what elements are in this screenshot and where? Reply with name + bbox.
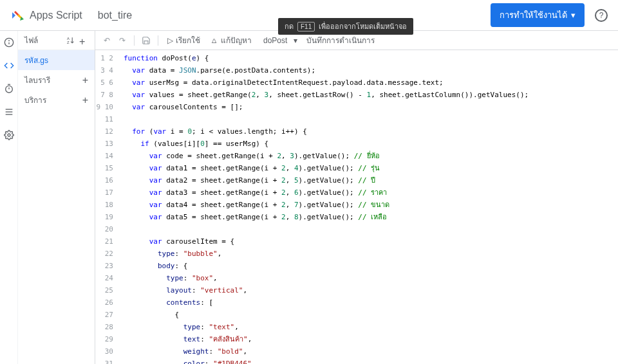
- libraries-section[interactable]: ไลบรารี +: [18, 70, 95, 90]
- add-file-icon[interactable]: +: [79, 36, 88, 45]
- overlay-key: F11: [297, 22, 315, 32]
- chevron-down-icon: ▾: [571, 10, 576, 20]
- bug-icon: 🜂: [211, 36, 218, 45]
- debug-button[interactable]: 🜂 แก้ปัญหา: [208, 33, 254, 48]
- execution-log-link[interactable]: บันทึกการดำเนินการ: [306, 34, 375, 46]
- overlay-text: เพื่อออกจากโหมดเต็มหน้าจอ: [319, 21, 407, 32]
- libraries-label: ไลบรารี: [24, 74, 50, 86]
- sidebar: ไฟล์ AZ + รหัส.gs ไลบรารี + บริการ +: [18, 31, 95, 364]
- play-icon: ▷: [167, 36, 173, 45]
- triggers-icon[interactable]: [3, 82, 15, 95]
- editor-icon[interactable]: [3, 59, 15, 72]
- svg-point-9: [8, 134, 10, 136]
- svg-point-2: [8, 41, 9, 41]
- apps-script-logo-icon: [10, 8, 26, 23]
- sort-icon[interactable]: AZ: [66, 36, 75, 45]
- app-logo[interactable]: Apps Script: [10, 8, 82, 23]
- info-icon[interactable]: [3, 36, 15, 49]
- run-button[interactable]: ▷ เรียกใช้: [165, 33, 203, 48]
- code-content[interactable]: function doPost(e) { var data = JSON.par…: [118, 50, 618, 364]
- services-section[interactable]: บริการ +: [18, 90, 95, 110]
- files-header: ไฟล์ AZ +: [18, 31, 95, 50]
- save-icon[interactable]: [141, 35, 151, 46]
- project-name[interactable]: bot_tire: [98, 10, 132, 21]
- settings-icon[interactable]: [3, 129, 15, 141]
- add-library-icon[interactable]: +: [82, 75, 88, 86]
- run-label: เรียกใช้: [176, 34, 200, 46]
- add-service-icon[interactable]: +: [82, 95, 88, 106]
- function-select[interactable]: doPost ▾: [259, 35, 301, 46]
- chevron-down-icon: ▾: [294, 36, 297, 45]
- svg-text:A: A: [67, 36, 70, 40]
- debug-label: แก้ปัญหา: [221, 34, 252, 46]
- services-label: บริการ: [24, 94, 46, 106]
- fullscreen-overlay: กด F11 เพื่อออกจากโหมดเต็มหน้าจอ: [278, 18, 413, 35]
- svg-text:Z: Z: [67, 40, 70, 44]
- deploy-button[interactable]: การทำให้ใช้งานได้ ▾: [491, 3, 585, 27]
- deploy-label: การทำให้ใช้งานได้: [500, 8, 567, 22]
- app-name: Apps Script: [30, 10, 82, 21]
- overlay-press: กด: [285, 21, 294, 32]
- line-gutter: 1 2 3 4 5 6 7 8 9 10 11 12 13 14 15 16 1…: [95, 50, 118, 364]
- undo-icon[interactable]: ↶: [102, 35, 112, 46]
- file-item[interactable]: รหัส.gs: [18, 50, 95, 70]
- function-name: doPost: [263, 36, 287, 45]
- redo-icon[interactable]: ↷: [117, 35, 127, 46]
- code-editor[interactable]: 1 2 3 4 5 6 7 8 9 10 11 12 13 14 15 16 1…: [95, 50, 618, 364]
- executions-icon[interactable]: [3, 105, 15, 118]
- files-label: ไฟล์: [24, 34, 38, 46]
- help-icon[interactable]: ?: [595, 9, 608, 22]
- main: ↶ ↷ ▷ เรียกใช้ 🜂 แก้ปัญหา doPost ▾ บันทึ…: [95, 31, 618, 364]
- left-rail: [0, 31, 18, 364]
